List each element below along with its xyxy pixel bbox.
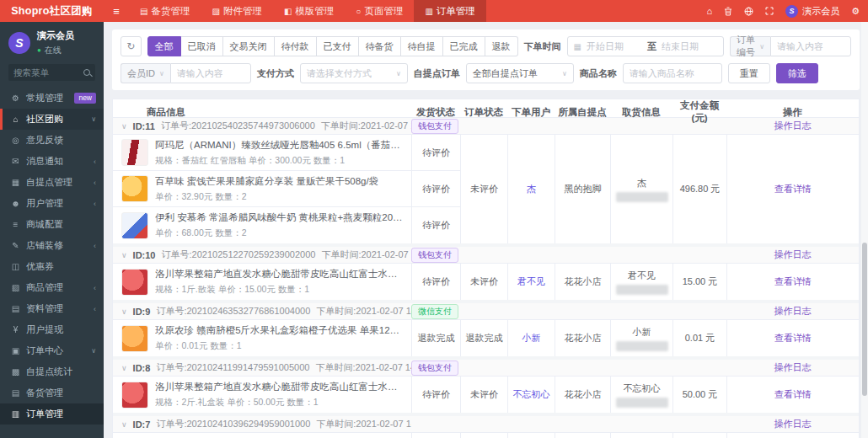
order-group-row: ∨ ID:7 订单号:202102410396294959001000 下单时间…	[113, 416, 859, 433]
row-expand-icon[interactable]: ∨	[121, 251, 127, 259]
operation-log-link[interactable]: 操作日志	[774, 305, 812, 318]
order-status: 待付款	[460, 433, 507, 438]
coupon-icon: ◫	[10, 262, 21, 271]
product-row: 玖原农珍 赣南脐橙5斤水果礼盒彩箱橙子优选果 单果120-160g 单价：0.0…	[113, 320, 411, 356]
sidebar-item-order-mgmt[interactable]: ▥ 订单管理	[0, 403, 104, 425]
operation-log-link[interactable]: 操作日志	[774, 120, 812, 132]
menu-search-input[interactable]	[13, 67, 83, 77]
order-group-row: ∨ ID:11 订单号:202102540235744973006000 下单时…	[113, 118, 859, 135]
main-content: ↻ 全部 已取消 交易关闭 待付款 已支付 待备货 待自提 已完成 退款 下单时…	[104, 22, 868, 438]
fullscreen-icon[interactable]	[765, 7, 774, 15]
status-tab-paid[interactable]: 已支付	[317, 36, 359, 56]
topnav-tab-stock[interactable]: ▤ 备货管理	[129, 0, 201, 22]
pickup-order-select[interactable]: 全部自提点订单 ∨	[466, 63, 574, 83]
status-tab-refund[interactable]: 退款	[485, 36, 518, 56]
status-tab-cancelled[interactable]: 已取消	[181, 36, 223, 56]
ship-status: 退款完成	[412, 320, 460, 356]
member-id-search-group: 会员ID ∨	[121, 63, 251, 83]
member-id-input[interactable]	[170, 63, 251, 83]
sidebar-item-withdraw[interactable]: ¥ 用户提现	[0, 319, 104, 340]
product-spec: 单价：68.00元 数量：2	[155, 227, 405, 239]
order-user-link[interactable]: 小新	[522, 332, 541, 345]
chevron-left-icon: ‹	[94, 200, 96, 208]
row-expand-icon[interactable]: ∨	[121, 420, 127, 429]
member-id-field-select[interactable]: 会员ID ∨	[121, 63, 170, 83]
sidebar-item-notice[interactable]: ✉ 消息通知 ‹	[0, 151, 104, 172]
ship-status-column: 待评价	[411, 264, 460, 300]
menu-search-box	[8, 64, 95, 81]
sidebar-item-order-center[interactable]: ▣ 订单中心 ∨	[0, 340, 104, 361]
chevron-down-icon: ∨	[91, 115, 96, 123]
navbar-user-menu[interactable]: S 演示会员	[785, 5, 839, 18]
order-icon: ▥	[425, 7, 432, 16]
order-time: 下单时间:2021-02-07 14:51:22	[321, 248, 411, 261]
status-tab-closed[interactable]: 交易关闭	[223, 36, 275, 56]
pickup-info: Simple	[610, 433, 672, 438]
topnav-tab-attachment[interactable]: ▨ 附件管理	[201, 0, 272, 22]
topnav-tab-page[interactable]: ○ 页面管理	[345, 0, 414, 22]
home-icon[interactable]: ⌂	[706, 6, 712, 16]
topnav-tab-order[interactable]: ▥ 订单管理	[414, 0, 485, 22]
view-detail-link[interactable]: 查看详情	[774, 275, 812, 288]
view-detail-link[interactable]: 查看详情	[774, 183, 812, 195]
gear-icon[interactable]: ⚙	[851, 6, 860, 17]
sidebar-item-data[interactable]: ▤ 资料管理 ‹	[0, 298, 104, 319]
status-tab-unpaid[interactable]: 待付款	[275, 36, 317, 56]
sidebar-item-coupon[interactable]: ◫ 优惠券	[0, 256, 104, 277]
topnav-tab-template[interactable]: ◧ 模版管理	[273, 0, 345, 22]
window-scrollbar	[861, 22, 868, 438]
scrollbar-thumb[interactable]	[862, 243, 867, 396]
pickup-point: 云梦	[555, 433, 610, 438]
products-column: 阿玛尼（ARMANI）臻致丝绒哑光唇釉405 6.5ml（番茄红 红管唇釉 口红…	[113, 135, 411, 243]
operation-log-link[interactable]: 操作日志	[774, 248, 812, 261]
products-column: 洛川苹果整箱产地直发水糖心脆甜带皮吃高山红富士水果 75-80mm精品果带箱5斤…	[113, 377, 411, 413]
ship-status: 待评价	[412, 135, 460, 171]
sidebar-item-mall-config[interactable]: ≡ 商城配置	[0, 214, 104, 235]
pay-method-select[interactable]: 请选择支付方式 ∨	[300, 63, 408, 83]
operation-log-link[interactable]: 操作日志	[774, 361, 812, 374]
order-user-link[interactable]: 不忘初心	[513, 388, 550, 401]
filter-button[interactable]: 筛选	[776, 63, 818, 83]
chevron-left-icon: ‹	[94, 305, 96, 313]
sidebar-user-panel[interactable]: S 演示会员 ● 在线	[0, 22, 104, 62]
language-icon[interactable]	[744, 7, 753, 16]
order-group-row: ∨ ID:9 订单号:202102463532776861004000 下单时间…	[113, 303, 859, 320]
sidebar-item-feedback[interactable]: ◎ 意见反馈	[0, 130, 104, 151]
sidebar-item-pickup-point[interactable]: ▦ 自提点管理 ‹	[0, 172, 104, 193]
sidebar-item-pickup-stats[interactable]: ▩ 自提点统计	[0, 361, 104, 382]
trash-icon[interactable]	[724, 7, 732, 16]
order-user-link[interactable]: 君不见	[517, 275, 545, 288]
order-no-field-select[interactable]: 订单编号 ∨	[730, 36, 770, 56]
status-tab-all[interactable]: 全部	[147, 36, 181, 56]
order-center-icon: ▣	[10, 346, 21, 355]
row-expand-icon[interactable]: ∨	[121, 122, 127, 131]
sidebar-item-goods[interactable]: ▧ 商品管理 ‹	[0, 277, 104, 298]
pickup-info: 小新	[610, 320, 672, 356]
row-expand-icon[interactable]: ∨	[121, 307, 127, 316]
view-detail-link[interactable]: 查看详情	[774, 332, 812, 345]
reset-button[interactable]: 重置	[728, 63, 770, 83]
col-actions: 操作	[726, 106, 859, 119]
product-row: 洛川苹果整箱产地直发水糖心脆甜带皮吃高山红富士水果 75-80mm精品果带箱5斤…	[113, 377, 411, 413]
goods-name-input[interactable]	[623, 63, 722, 83]
sidebar-item-community[interactable]: ⌂ 社区团购 ∨	[0, 109, 104, 130]
sidebar-item-decorate[interactable]: ✎ 店铺装修 ‹	[0, 235, 104, 256]
refresh-button[interactable]: ↻	[121, 36, 142, 56]
status-tab-to-pickup[interactable]: 待自提	[401, 36, 443, 56]
order-time-label: 下单时间	[524, 40, 561, 53]
row-expand-icon[interactable]: ∨	[121, 364, 127, 372]
sidebar-item-stock[interactable]: ▤ 备货管理	[0, 382, 104, 403]
view-detail-link[interactable]: 查看详情	[774, 388, 812, 401]
order-user-link[interactable]: 杰	[527, 183, 536, 195]
chevron-down-icon: ∨	[159, 70, 164, 77]
order-time-range-picker[interactable]: ▦ 开始日期 至 结束日期	[567, 36, 724, 56]
order-no-input[interactable]	[770, 36, 851, 56]
status-tab-to-stock[interactable]: 待备货	[359, 36, 401, 56]
status-tab-finished[interactable]: 已完成	[443, 36, 485, 56]
sidebar-item-user-mgmt[interactable]: ☻ 用户管理 ‹	[0, 193, 104, 214]
product-name: 洛川苹果整箱产地直发水糖心脆甜带皮吃高山红富士水果 75-80mm精品果带箱5斤…	[155, 381, 405, 393]
pickup-phone-blurred	[616, 341, 668, 351]
sidebar-toggle-button[interactable]: ≡	[104, 0, 129, 22]
sidebar-item-general[interactable]: ⚙ 常规管理 new	[0, 88, 104, 109]
operation-log-link[interactable]: 操作日志	[774, 418, 812, 430]
